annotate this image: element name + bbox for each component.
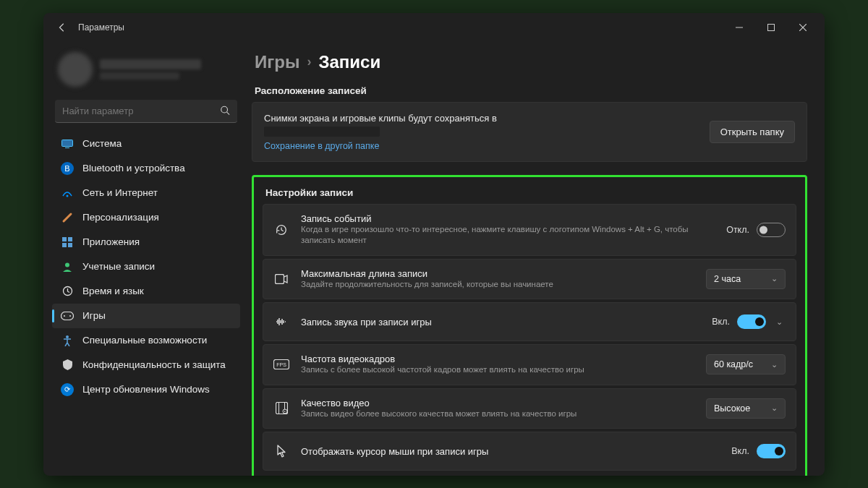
search-input[interactable] [55, 100, 237, 123]
sidebar-item-label: Сеть и Интернет [82, 187, 158, 198]
location-heading: Расположение записей [252, 82, 807, 102]
setting-title: Запись событий [301, 213, 715, 224]
sidebar-item-apps[interactable]: Приложения [52, 230, 240, 254]
setting-title: Качество видео [301, 398, 694, 408]
toggle-switch[interactable] [757, 223, 786, 237]
sidebar-search [55, 100, 237, 123]
toggle-state-label: Откл. [726, 225, 749, 235]
profile-name [100, 59, 201, 69]
setting-row-film: Качество видео Запись видео более высоко… [263, 388, 796, 429]
apps-icon [61, 236, 74, 249]
setting-row-fps: FPS Частота видеокадров Запись с более в… [263, 344, 796, 385]
breadcrumb-current: Записи [318, 52, 380, 72]
open-folder-button[interactable]: Открыть папку [710, 121, 795, 143]
setting-row-audio-wave: Запись звука при записи игры Вкл.⌄ [263, 302, 796, 341]
sidebar-item-label: Система [82, 138, 122, 149]
film-icon [273, 402, 289, 414]
svg-point-11 [65, 262, 69, 267]
sidebar-item-label: Центр обновления Windows [82, 384, 210, 395]
sidebar-item-label: Конфиденциальность и защита [82, 359, 226, 370]
minimize-button[interactable] [723, 16, 755, 39]
setting-desc: Задайте продолжительность для записей, к… [301, 279, 694, 291]
toggle-switch[interactable] [757, 444, 786, 458]
sidebar-item-time[interactable]: Время и язык [52, 279, 240, 304]
expand-chevron-icon[interactable]: ⌄ [773, 314, 786, 330]
camera-icon [273, 274, 289, 284]
setting-desc: Когда в игре произошло что-то интересное… [301, 224, 715, 247]
svg-point-15 [69, 315, 71, 317]
svg-rect-4 [62, 140, 73, 146]
sidebar-item-net[interactable]: Сеть и Интернет [52, 181, 240, 205]
pers-icon [61, 211, 74, 224]
svg-point-14 [64, 315, 65, 317]
profile-block[interactable] [52, 48, 240, 97]
sidebar-item-label: Bluetooth и устройства [82, 163, 185, 174]
time-icon [61, 285, 74, 298]
setting-title: Частота видеокадров [301, 354, 694, 364]
captures-location-card: Снимки экрана и игровые клипы будут сохр… [252, 102, 807, 162]
sidebar-item-bt[interactable]: BBluetooth и устройства [52, 156, 240, 181]
change-folder-link[interactable]: Сохранение в другой папке [264, 141, 698, 151]
sidebar-item-label: Специальные возможности [82, 335, 207, 346]
breadcrumb-parent[interactable]: Игры [255, 52, 299, 72]
setting-row-cursor: Отображать курсор мыши при записи игры В… [263, 432, 796, 471]
svg-rect-10 [68, 243, 72, 247]
toggle-switch[interactable] [737, 314, 766, 329]
chevron-down-icon: ⌄ [771, 360, 778, 369]
profile-email [100, 72, 179, 80]
setting-title: Максимальная длина записи [301, 268, 694, 279]
sidebar-item-label: Учетные записи [82, 261, 155, 272]
toggle-state-label: Вкл. [731, 446, 749, 456]
setting-title: Отображать курсор мыши при записи игры [301, 446, 720, 457]
setting-row-camera: Максимальная длина записи Задайте продол… [263, 259, 796, 300]
location-text: Снимки экрана и игровые клипы будут сохр… [264, 113, 698, 124]
svg-rect-13 [61, 312, 74, 320]
sidebar-item-access[interactable]: Специальные возможности [52, 328, 240, 353]
svg-rect-9 [62, 243, 67, 247]
svg-rect-17 [276, 274, 284, 283]
sidebar-item-acct[interactable]: Учетные записи [52, 254, 240, 279]
sidebar-item-label: Время и язык [82, 286, 144, 296]
select-value: 2 часа [714, 274, 741, 284]
audio-wave-icon [273, 317, 289, 327]
titlebar: Параметры [43, 13, 825, 42]
svg-rect-8 [68, 237, 72, 241]
main-content: Игры › Записи Расположение записей Снимк… [246, 42, 825, 476]
svg-text:FPS: FPS [276, 362, 286, 367]
sidebar-item-pers[interactable]: Персонализация [52, 205, 240, 230]
sidebar-item-system[interactable]: Система [52, 132, 240, 156]
access-icon [61, 334, 74, 347]
recording-settings-heading: Настройки записи [263, 184, 796, 204]
back-button[interactable] [55, 20, 69, 35]
cursor-icon [273, 445, 289, 458]
breadcrumb: Игры › Записи [252, 48, 807, 82]
settings-window: Параметры С [43, 13, 825, 476]
setting-desc: Запись с более высокой частотой кадров м… [301, 364, 694, 376]
maximize-button[interactable] [755, 16, 787, 39]
svg-point-16 [66, 335, 69, 338]
select-dropdown[interactable]: 60 кадр/с⌄ [706, 354, 786, 374]
system-icon [61, 137, 74, 150]
history-icon [273, 223, 289, 236]
chevron-down-icon: ⌄ [771, 403, 778, 413]
sidebar-item-label: Персонализация [82, 212, 159, 223]
select-dropdown[interactable]: 2 часа⌄ [706, 269, 786, 289]
setting-title: Запись звука при записи игры [301, 317, 700, 328]
location-path-redacted [264, 127, 380, 137]
setting-row-history: Запись событий Когда в игре произошло чт… [263, 204, 796, 256]
toggle-state-label: Вкл. [712, 317, 730, 327]
sidebar-item-game[interactable]: Игры [52, 304, 240, 328]
select-dropdown[interactable]: Высокое⌄ [706, 398, 786, 419]
sidebar-item-label: Приложения [82, 236, 140, 247]
svg-rect-7 [62, 237, 67, 241]
sidebar-item-priv[interactable]: Конфиденциальность и защита [52, 353, 240, 377]
avatar [58, 52, 93, 87]
chevron-right-icon: › [307, 54, 311, 69]
svg-rect-1 [768, 24, 775, 30]
sidebar-item-update[interactable]: ⟳Центр обновления Windows [52, 377, 240, 402]
bt-icon: B [61, 162, 74, 175]
svg-point-6 [67, 194, 69, 197]
close-button[interactable] [787, 16, 819, 39]
fps-icon: FPS [273, 359, 289, 369]
select-value: 60 кадр/с [714, 359, 753, 369]
